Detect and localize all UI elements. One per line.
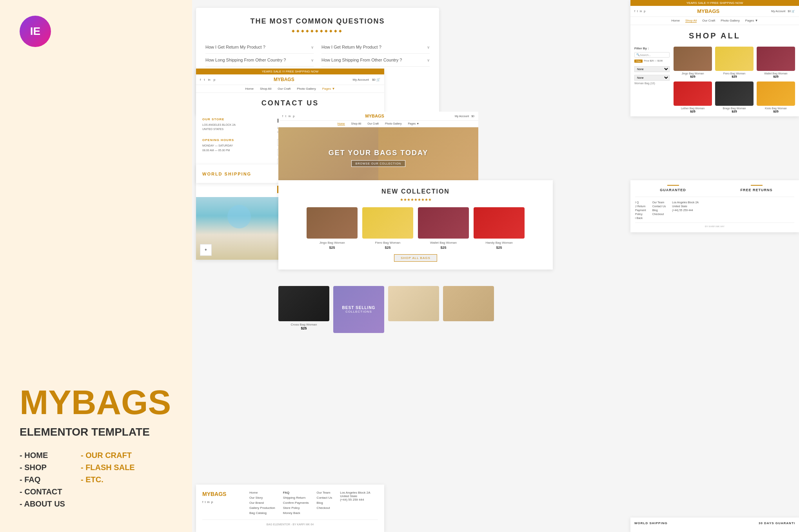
footer-address-text: Los Angeles Block 2AUnited State(+44) 55… (340, 491, 370, 501)
filter-dropdown-1[interactable]: None (634, 66, 670, 72)
another-bag-product (443, 286, 494, 333)
nav-cart: $0 🛒 (372, 78, 380, 81)
hero-nav-shop[interactable]: Shop All (351, 122, 361, 125)
best-selling-section: Cross Bag Woman $25 BEST SELLING COLLECT… (278, 286, 553, 333)
footer-nav-item[interactable]: Gallery Production (249, 506, 275, 510)
footer-company-item[interactable]: Contact Us (317, 496, 332, 499)
bag-image-brown (307, 207, 358, 239)
footer-twitter-icon[interactable]: t (205, 500, 205, 504)
cross-bag-product: Cross Bag Woman $25 (278, 286, 329, 333)
footer-nav-item[interactable]: Our Brand (249, 501, 275, 505)
contact-hours-detail: MONDAY — SATURDAY08.00 AM — 05.00 PM (202, 143, 269, 152)
collection-stars: ★★★★★★★★★ (286, 197, 545, 202)
twitter-icon: t (204, 78, 205, 81)
shop-nav-gallery[interactable]: Photo Gallery (721, 19, 739, 23)
nav-pages[interactable]: Pages ▼ (322, 87, 335, 90)
nav-craft[interactable]: Our Craft (278, 87, 291, 90)
hero-nav-gallery[interactable]: Photo Gallery (385, 122, 401, 125)
faq-item[interactable]: How I Get Return My Product ? ∨ (321, 41, 430, 54)
nav-gallery[interactable]: Photo Gallery (297, 87, 316, 90)
brand-feature-list: - HOME - SHOP - FAQ - CONTACT - ABOUT US… (20, 451, 173, 508)
filter-search[interactable]: 🔍 Search... (634, 52, 670, 58)
shop-product: Lether Bag Woman $25 (674, 81, 712, 113)
footer-faq-item[interactable]: Store Policy (283, 506, 309, 510)
filter-label: Filter By : (634, 47, 670, 50)
map-controls: + (200, 244, 212, 256)
faq-item[interactable]: How I Get Return My Product ? ∨ (205, 41, 314, 54)
shop-product: Wallet Bag Woman $25 (757, 47, 795, 78)
shop-nav-logo: MYBAGS (697, 8, 719, 14)
faq-item[interactable]: How Long Shipping From Other Country ? ∨ (321, 54, 430, 67)
brand-list-item-gold: - OUR CRAFT (81, 451, 135, 460)
footer-instagram-icon[interactable]: in (207, 500, 209, 504)
nav-shop[interactable]: Shop All (260, 87, 271, 90)
footer-nav-item[interactable]: Our Story (249, 496, 275, 499)
footer-faq-item[interactable]: Money Back (283, 511, 309, 515)
filter-category: Woman Bag (10) (634, 82, 670, 85)
faq-item-text: How I Get Return My Product ? (205, 45, 265, 49)
footer-faq-item[interactable]: Confirm Payments (283, 501, 309, 505)
product-price: $25 (757, 110, 795, 113)
chevron-down-icon: ∨ (427, 58, 430, 62)
sunglasses-bag-image (388, 286, 439, 321)
brand-list-item: - HOME (20, 451, 65, 460)
cross-bag-name: Cross Bag Woman (278, 323, 329, 326)
faq-dots: ◆◆◆◆◆◆◆◆◆◆◆ (205, 29, 430, 33)
nav-home[interactable]: Home (245, 87, 254, 90)
sunglasses-bag-product (388, 286, 439, 333)
shop-top-bar: YEARS SALE !!! FREE SHIPPING NOW (630, 0, 799, 6)
filter-price-range: Price $25 — $100 (644, 60, 663, 63)
shop-product-grid: Jingo Bag Woman $25 Fiero Bag Woman $25 … (674, 47, 795, 113)
footer-company-item[interactable]: Blog (317, 501, 332, 505)
footer-nav-item[interactable]: Home (249, 491, 275, 494)
shop-nav: f t in p MYBAGS My Account $0 🛒 (630, 6, 799, 17)
hero-nav-home[interactable]: Home (338, 122, 345, 125)
shop-nav-shop[interactable]: Shop All (685, 19, 697, 23)
faq-item[interactable]: How Long Shipping From Other Country ? ∨ (205, 54, 314, 67)
faq-item-text: How I Get Return My Product ? (321, 45, 381, 49)
chevron-down-icon: ∨ (311, 45, 314, 49)
product-image-brown (674, 47, 712, 71)
bestselling-label: BEST SELLING (342, 306, 376, 310)
nav-account: My Account (353, 78, 369, 81)
collection-grid: Jingo Bag Woman $25 Fiero Bag Woman $25 … (286, 207, 545, 250)
shop-all-button[interactable]: SHOP ALL BAGS (394, 254, 437, 262)
hero-nav-pages[interactable]: Pages ▼ (408, 122, 419, 125)
guarantee-text: GUARANTED (635, 188, 711, 192)
footer-facebook-icon[interactable]: f (202, 500, 203, 504)
footer-pinterest-icon[interactable]: p (211, 500, 213, 504)
chevron-down-icon: ∨ (427, 45, 430, 49)
footer-copyright: BAG ELEMENTOR - BY KARFI MK 64 (202, 519, 378, 526)
footer-link: J Return (635, 205, 646, 208)
hero-browse-button[interactable]: BROWSE OUR COLLECTION (351, 160, 405, 167)
product-price: $25 (307, 246, 358, 250)
hero-nav-craft[interactable]: Our Craft (367, 122, 379, 125)
brand-subtitle: ELEMENTOR TEMPLATE (20, 426, 173, 438)
hero-nav-fb: f (282, 115, 283, 118)
footer-nav-item[interactable]: Bag Catalog (249, 511, 275, 515)
contact-top-bar: YEARS SALE !!! FREE SHIPPING NOW (196, 69, 384, 74)
footer-link: i Back (635, 217, 646, 219)
shop-bottom-screenshot: WORLD SHIPPING 30 DAYS GUARANTI (630, 518, 799, 532)
instagram-icon: in (208, 78, 210, 81)
footer-address-col: Los Angeles Block 2A United State (+44) … (672, 201, 699, 219)
shop-nav-pages[interactable]: Pages ▼ (745, 19, 758, 23)
filter-active-badge[interactable]: Filter (634, 60, 643, 63)
footer-company-item[interactable]: Our Team (317, 491, 332, 494)
cross-bag-image (278, 286, 329, 321)
hero-nav-cart: $0 (471, 115, 474, 118)
shop-nav-home[interactable]: Home (672, 19, 680, 23)
faq-section-title: THE MOST COMMON QUESTIONS (205, 17, 430, 25)
footer-brand: MYBAGS f t in p (202, 491, 242, 515)
collection-screenshot: NEW COLLECTION ★★★★★★★★★ Jingo Bag Woman… (278, 180, 553, 270)
brand-list-col-2: - OUR CRAFT - FLASH SALE - ETC. (81, 451, 135, 508)
collection-product: Jingo Bag Woman $25 (307, 207, 358, 250)
footer-faq-item[interactable]: Shipping Return (283, 496, 309, 499)
product-name: Jingo Bag Woman (307, 241, 358, 244)
footer-company-item[interactable]: Checkout (317, 506, 332, 510)
product-name: Jingo Bag Woman (674, 72, 712, 75)
product-price: $25 (674, 110, 712, 113)
shop-nav-craft[interactable]: Our Craft (702, 19, 715, 23)
filter-dropdown-2[interactable]: None (634, 75, 670, 81)
shop-nav-account: My Account (771, 10, 785, 13)
